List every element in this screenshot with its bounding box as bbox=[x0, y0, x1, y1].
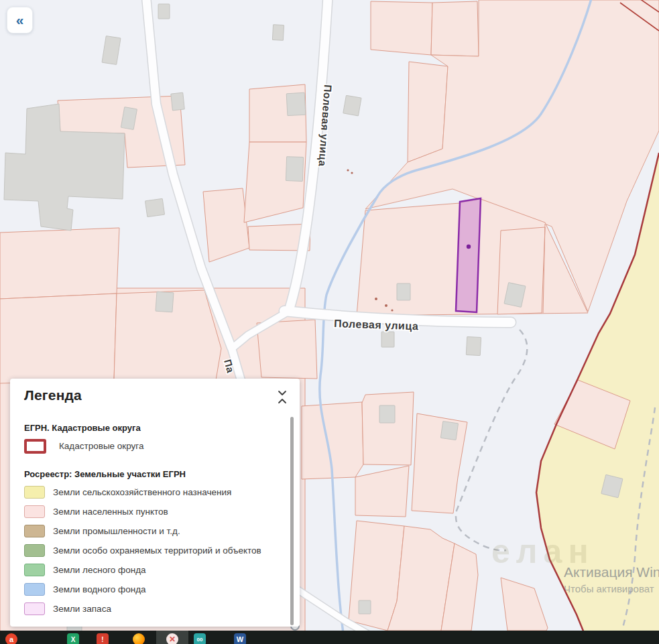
legend-item-label: Кадастровые округа bbox=[59, 441, 144, 451]
legend-scrollbar[interactable] bbox=[290, 417, 294, 625]
legend-item: Земли водного фонда bbox=[24, 580, 286, 599]
legend-item: Земли населенных пунктов bbox=[24, 502, 286, 521]
legend-swatch bbox=[24, 486, 45, 499]
taskbar-excel-icon[interactable]: X bbox=[67, 633, 79, 644]
legend-item-label: Земли особо охраняемых территорий и объе… bbox=[53, 545, 261, 556]
legend-item-label: Земли водного фонда bbox=[53, 584, 146, 594]
selected-parcel[interactable] bbox=[456, 198, 481, 312]
taskbar-teal-app-icon[interactable]: 00 bbox=[194, 633, 206, 644]
taskbar-map-app-icon[interactable]: ✕ bbox=[166, 633, 178, 644]
legend-item: Земли лесного фонда bbox=[24, 560, 286, 580]
legend-sections: ЕГРН. Кадастровые округаКадастровые окру… bbox=[10, 423, 300, 619]
legend-swatch bbox=[24, 602, 45, 615]
taskbar-red-app-icon[interactable]: ! bbox=[97, 633, 109, 644]
legend-section: Росреестр: Земельные участки ЕГРНЗемли с… bbox=[24, 469, 286, 619]
selected-parcel-point bbox=[467, 245, 471, 249]
map-viewport[interactable]: елан Полевая улица Полевая улица Па « Ле… bbox=[0, 0, 659, 644]
legend-item-label: Земли запаса bbox=[53, 604, 111, 614]
legend-item: Кадастровые округа bbox=[24, 436, 286, 456]
collapse-chevrons-icon: « bbox=[16, 12, 24, 28]
legend-section: ЕГРН. Кадастровые округаКадастровые окру… bbox=[24, 423, 286, 456]
legend-item-label: Земли сельскохозяйственного назначения bbox=[53, 487, 231, 497]
collapse-vertical-icon bbox=[277, 390, 288, 404]
legend-collapse-button[interactable] bbox=[277, 390, 288, 407]
legend-section-header: Росреестр: Земельные участки ЕГРН bbox=[24, 469, 286, 479]
legend-item: Земли промышленности и т.д. bbox=[24, 521, 286, 541]
legend-panel: Легенда ЕГРН. Кадастровые округаКадастро… bbox=[10, 379, 300, 627]
legend-swatch bbox=[24, 439, 46, 454]
taskbar-red-browser-icon[interactable]: a bbox=[5, 633, 17, 644]
legend-item: Земли особо охраняемых территорий и объе… bbox=[24, 541, 286, 560]
legend-swatch bbox=[24, 505, 45, 518]
legend-swatch bbox=[24, 564, 45, 576]
legend-swatch bbox=[24, 544, 45, 557]
legend-item: Земли сельскохозяйственного назначения bbox=[24, 482, 286, 502]
legend-section-header: ЕГРН. Кадастровые округа bbox=[24, 423, 286, 433]
legend-item-label: Земли населенных пунктов bbox=[53, 507, 168, 517]
legend-swatch bbox=[24, 525, 45, 537]
sidebar-collapse-button[interactable]: « bbox=[7, 7, 33, 34]
taskbar-word-icon[interactable]: W bbox=[234, 633, 246, 644]
legend-title: Легенда bbox=[24, 387, 82, 403]
taskbar: a X ! ✕ 00 W bbox=[0, 631, 659, 644]
legend-item-label: Земли лесного фонда bbox=[53, 565, 146, 575]
map-watermark: елан bbox=[491, 533, 595, 570]
legend-item: Земли запаса bbox=[24, 599, 286, 619]
legend-swatch bbox=[24, 583, 45, 596]
taskbar-firefox-icon[interactable] bbox=[133, 633, 145, 644]
legend-item-label: Земли промышленности и т.д. bbox=[53, 526, 180, 536]
